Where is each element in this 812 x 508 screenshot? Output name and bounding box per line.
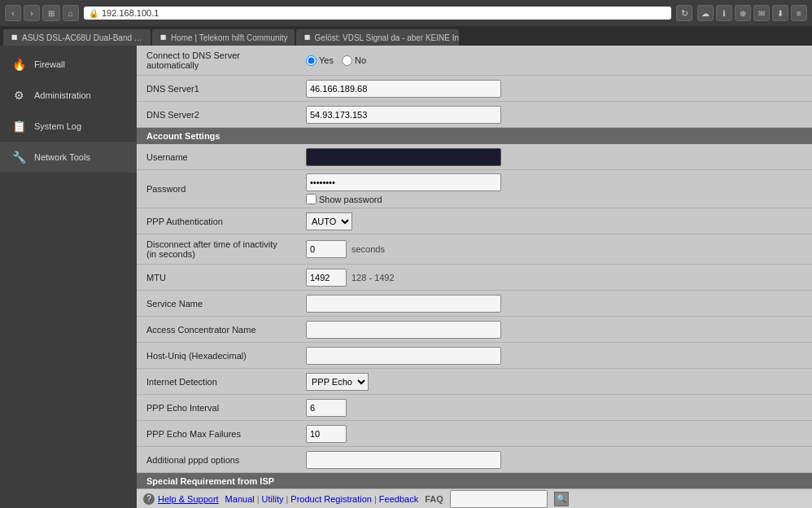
tab-label-telekom2: Gelöst: VDSL Signal da - aber KEINE Inte…: [315, 33, 459, 42]
sidebar-label-systemlog: System Log: [34, 121, 81, 131]
ppp-echo-max-input[interactable]: [306, 425, 347, 443]
mtu-range: 128 - 1492: [351, 273, 395, 282]
sidebar-label-admin: Administration: [34, 90, 91, 100]
nav-buttons: ‹ › ⊞ ⌂: [5, 5, 79, 21]
sidebar-item-networktools[interactable]: 🔧 Network Tools: [0, 142, 137, 173]
address-bar[interactable]: 🔒 192.168.100.1: [84, 7, 671, 20]
footer: ? Help & Support Manual | Utility | Prod…: [137, 488, 812, 508]
dns-yes-label[interactable]: Yes: [306, 55, 334, 66]
dns-radio-group: Yes No: [306, 55, 366, 66]
tab-label-asus: ASUS DSL-AC68U Dual-Band Wireless-AC1900…: [22, 33, 144, 42]
ppp-echo-interval-control: [299, 396, 812, 420]
dns2-input[interactable]: [306, 106, 501, 124]
service-name-input[interactable]: [306, 295, 501, 313]
service-name-row: Service Name: [137, 291, 812, 317]
dns2-control: [299, 103, 812, 127]
faq-search-button[interactable]: 🔍: [554, 492, 569, 506]
dns-yes-radio[interactable]: [306, 55, 317, 66]
form-container: Connect to DNS Server automatically Yes …: [137, 46, 812, 488]
username-control: [299, 145, 812, 169]
internet-detect-control: PPP Echo: [299, 370, 812, 394]
tab-asus[interactable]: 🔲 ASUS DSL-AC68U Dual-Band Wireless-AC19…: [3, 29, 151, 46]
disconnect-row: Disconnect after time of inactivity (in …: [137, 234, 812, 265]
ppp-echo-max-row: PPP Echo Max Failures: [137, 421, 812, 447]
ppp-auth-control: AUTO: [299, 209, 812, 234]
access-conc-row: Access Concentrator Name: [137, 317, 812, 343]
mtu-row: MTU 128 - 1492: [137, 265, 812, 291]
internet-detect-select[interactable]: PPP Echo: [306, 373, 369, 391]
disconnect-control: seconds: [299, 237, 812, 261]
password-input[interactable]: [306, 173, 501, 191]
special-req-header: Special Requirement from ISP: [137, 473, 812, 488]
home-button[interactable]: ⌂: [63, 5, 79, 21]
ppp-auth-select[interactable]: AUTO: [306, 212, 352, 230]
dns-no-label[interactable]: No: [342, 55, 366, 66]
host-uniq-input[interactable]: [306, 347, 501, 365]
star-icon[interactable]: ☁: [697, 5, 714, 21]
firewall-icon: 🔥: [10, 55, 28, 73]
show-password-checkbox[interactable]: [306, 194, 317, 204]
sidebar-item-systemlog[interactable]: 📋 System Log: [0, 111, 137, 142]
disconnect-unit: seconds: [351, 244, 385, 254]
dns1-control: [299, 77, 812, 101]
dns-no-radio[interactable]: [342, 55, 352, 66]
tab-icon-asus: 🔲: [10, 33, 19, 42]
username-label: Username: [137, 147, 299, 167]
admin-icon: ⚙: [10, 86, 28, 104]
additional-pppd-label: Additional pppd options: [137, 450, 299, 470]
sidebar-item-firewall[interactable]: 🔥 Firewall: [0, 49, 137, 80]
back-button[interactable]: ‹: [5, 5, 21, 21]
ppp-echo-interval-input[interactable]: [306, 399, 347, 417]
mtu-label: MTU: [137, 268, 299, 287]
footer-link-feedback[interactable]: Feedback: [379, 494, 418, 504]
page-content: Connect to DNS Server automatically Yes …: [137, 46, 812, 508]
ppp-echo-interval-label: PPP Echo Interval: [137, 398, 299, 418]
grid-button[interactable]: ⊞: [42, 5, 60, 21]
lock-icon: 🔒: [89, 9, 98, 18]
footer-link-utility[interactable]: Utility: [262, 494, 284, 504]
password-label: Password: [137, 179, 299, 199]
footer-link-product-reg[interactable]: Product Registration: [290, 494, 372, 504]
access-conc-label: Access Concentrator Name: [137, 320, 299, 339]
ppp-auth-row: PPP Authentication AUTO: [137, 208, 812, 234]
username-input[interactable]: [306, 148, 501, 166]
password-control: Show password: [299, 170, 812, 208]
help-icon: ?: [143, 493, 155, 505]
extension-icon[interactable]: ⊕: [735, 5, 751, 21]
address-text: 192.168.100.1: [102, 8, 159, 18]
faq-search-input[interactable]: [450, 490, 548, 508]
info-icon[interactable]: ℹ: [716, 5, 732, 21]
footer-link-manual[interactable]: Manual: [225, 494, 255, 504]
disconnect-input[interactable]: [306, 240, 347, 258]
forward-button[interactable]: ›: [24, 5, 40, 21]
tab-telekom2[interactable]: 🔲 Gelöst: VDSL Signal da - aber KEINE In…: [296, 29, 459, 46]
dns1-input[interactable]: [306, 80, 501, 98]
sidebar: 🔥 Firewall ⚙ Administration 📋 System Log…: [0, 46, 137, 508]
sidebar-label-networktools: Network Tools: [34, 152, 90, 162]
mail-icon[interactable]: ✉: [753, 5, 770, 21]
service-name-control: [299, 291, 812, 316]
footer-links: Manual | Utility | Product Registration …: [225, 494, 419, 504]
additional-pppd-input[interactable]: [306, 451, 501, 469]
reload-button[interactable]: ↻: [676, 5, 692, 21]
show-password-label[interactable]: Show password: [306, 194, 382, 204]
dns2-label: DNS Server2: [137, 105, 299, 125]
mtu-control: 128 - 1492: [299, 265, 812, 290]
networktools-icon: 🔧: [10, 148, 28, 166]
account-settings-header: Account Settings: [137, 128, 812, 144]
menu-icon[interactable]: ≡: [791, 5, 807, 21]
mtu-input[interactable]: [306, 269, 347, 287]
access-conc-control: [299, 318, 812, 342]
sidebar-item-administration[interactable]: ⚙ Administration: [0, 80, 137, 111]
help-text[interactable]: Help & Support: [158, 494, 219, 504]
browser-toolbar: ‹ › ⊞ ⌂ 🔒 192.168.100.1 ↻ ☁ ℹ ⊕ ✉ ⬇ ≡: [0, 0, 812, 26]
access-conc-input[interactable]: [306, 321, 501, 339]
systemlog-icon: 📋: [10, 117, 28, 135]
tab-telekom1[interactable]: 🔲 Home | Telekom hilft Community: [152, 29, 295, 46]
footer-help: ? Help & Support: [143, 493, 219, 505]
username-row: Username: [137, 144, 812, 170]
download-icon[interactable]: ⬇: [772, 5, 788, 21]
ppp-echo-max-control: [299, 422, 812, 446]
dns2-row: DNS Server2: [137, 102, 812, 128]
dns-auto-label: Connect to DNS Server automatically: [137, 46, 299, 75]
